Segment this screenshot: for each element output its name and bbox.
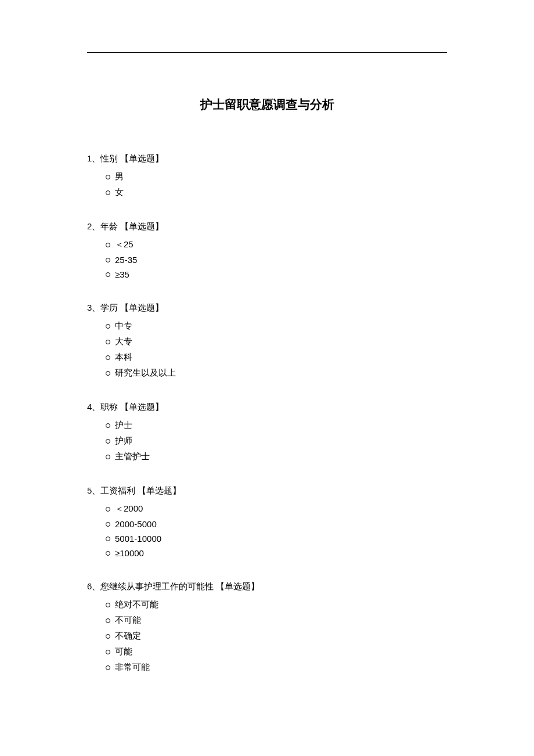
radio-icon <box>106 603 110 607</box>
question-block: 2、年龄 【单选题】＜2525-35≥35 <box>87 221 447 279</box>
question-number: 2、 <box>87 221 100 231</box>
question-type-label: 【单选题】 <box>120 303 164 312</box>
option-text: 研究生以及以上 <box>115 368 176 379</box>
question-type-label: 【单选题】 <box>120 154 164 163</box>
radio-icon <box>106 258 110 262</box>
option-item[interactable]: 不可能 <box>106 615 447 626</box>
option-text: ＜25 <box>115 239 134 250</box>
radio-icon <box>106 665 110 670</box>
option-item[interactable]: 可能 <box>106 646 447 657</box>
option-item[interactable]: 非常可能 <box>106 662 447 673</box>
option-text: 大专 <box>115 336 132 347</box>
option-text: 25-35 <box>115 255 137 265</box>
radio-icon <box>106 175 110 179</box>
option-item[interactable]: ＜25 <box>106 239 447 250</box>
question-text: 工资福利 <box>100 486 138 495</box>
radio-icon <box>106 340 110 344</box>
question-header: 2、年龄 【单选题】 <box>87 221 447 232</box>
question-header: 1、性别 【单选题】 <box>87 153 447 164</box>
option-item[interactable]: 2000-5000 <box>106 519 447 529</box>
page-container: 护士留职意愿调查与分析 1、性别 【单选题】男女2、年龄 【单选题】＜2525-… <box>0 0 534 731</box>
question-text: 年龄 <box>100 222 120 231</box>
option-item[interactable]: 25-35 <box>106 255 447 265</box>
question-type-label: 【单选题】 <box>120 222 164 231</box>
option-item[interactable]: ≥35 <box>106 269 447 279</box>
option-text: 本科 <box>115 352 132 363</box>
option-text: 男 <box>115 171 124 182</box>
radio-icon <box>106 650 110 654</box>
radio-icon <box>106 537 110 541</box>
radio-icon <box>106 423 110 428</box>
question-number: 3、 <box>87 303 100 312</box>
question-header: 3、学历 【单选题】 <box>87 303 447 314</box>
radio-icon <box>106 324 110 329</box>
option-item[interactable]: ＜2000 <box>106 503 447 514</box>
option-text: 中专 <box>115 321 132 332</box>
radio-icon <box>106 455 110 459</box>
option-item[interactable]: 研究生以及以上 <box>106 368 447 379</box>
question-type-label: 【单选题】 <box>216 582 259 591</box>
radio-icon <box>106 507 110 512</box>
radio-icon <box>106 272 110 277</box>
question-block: 5、工资福利 【单选题】＜20002000-50005001-10000≥100… <box>87 485 447 558</box>
option-text: 5001-10000 <box>115 534 161 543</box>
option-text: 可能 <box>115 646 132 657</box>
option-item[interactable]: 主管护士 <box>106 451 447 462</box>
radio-icon <box>106 190 110 195</box>
option-text: 绝对不可能 <box>115 599 158 610</box>
question-number: 1、 <box>87 153 100 163</box>
radio-icon <box>106 551 110 556</box>
options-list: 护士护师主管护士 <box>87 420 447 462</box>
option-item[interactable]: 女 <box>106 187 447 198</box>
question-block: 6、您继续从事护理工作的可能性 【单选题】绝对不可能不可能不确定可能非常可能 <box>87 581 447 673</box>
option-text: 女 <box>115 187 124 198</box>
top-divider <box>87 52 447 53</box>
question-text: 您继续从事护理工作的可能性 <box>100 582 216 591</box>
options-list: 男女 <box>87 171 447 198</box>
option-text: 非常可能 <box>115 662 150 673</box>
option-item[interactable]: ≥10000 <box>106 548 447 558</box>
options-list: 绝对不可能不可能不确定可能非常可能 <box>87 599 447 673</box>
question-text: 性别 <box>100 154 120 163</box>
option-item[interactable]: 不确定 <box>106 631 447 642</box>
option-text: ≥10000 <box>115 548 144 558</box>
radio-icon <box>106 355 110 360</box>
option-item[interactable]: 护师 <box>106 435 447 447</box>
option-item[interactable]: 5001-10000 <box>106 534 447 543</box>
option-text: 主管护士 <box>115 451 150 462</box>
option-item[interactable]: 护士 <box>106 420 447 431</box>
radio-icon <box>106 522 110 527</box>
question-text: 学历 <box>100 303 120 312</box>
options-list: ＜2525-35≥35 <box>87 239 447 279</box>
questions-container: 1、性别 【单选题】男女2、年龄 【单选题】＜2525-35≥353、学历 【单… <box>87 153 447 673</box>
option-item[interactable]: 绝对不可能 <box>106 599 447 610</box>
option-text: 护士 <box>115 420 132 431</box>
question-number: 4、 <box>87 402 100 412</box>
question-header: 6、您继续从事护理工作的可能性 【单选题】 <box>87 581 447 592</box>
radio-icon <box>106 634 110 639</box>
option-item[interactable]: 男 <box>106 171 447 182</box>
question-type-label: 【单选题】 <box>138 486 181 495</box>
option-text: 护师 <box>115 435 132 447</box>
question-header: 5、工资福利 【单选题】 <box>87 485 447 496</box>
option-item[interactable]: 本科 <box>106 352 447 363</box>
radio-icon <box>106 371 110 376</box>
question-text: 职称 <box>100 402 120 412</box>
radio-icon <box>106 618 110 623</box>
option-text: 不可能 <box>115 615 141 626</box>
question-header: 4、职称 【单选题】 <box>87 402 447 413</box>
option-text: 2000-5000 <box>115 519 157 529</box>
question-type-label: 【单选题】 <box>120 402 164 412</box>
option-item[interactable]: 中专 <box>106 321 447 332</box>
options-list: ＜20002000-50005001-10000≥10000 <box>87 503 447 558</box>
question-block: 4、职称 【单选题】护士护师主管护士 <box>87 402 447 462</box>
question-block: 3、学历 【单选题】中专大专本科研究生以及以上 <box>87 303 447 379</box>
option-item[interactable]: 大专 <box>106 336 447 347</box>
options-list: 中专大专本科研究生以及以上 <box>87 321 447 379</box>
option-text: 不确定 <box>115 631 141 642</box>
survey-title: 护士留职意愿调查与分析 <box>87 96 447 113</box>
question-block: 1、性别 【单选题】男女 <box>87 153 447 198</box>
radio-icon <box>106 243 110 247</box>
option-text: ＜2000 <box>115 503 143 514</box>
radio-icon <box>106 439 110 444</box>
